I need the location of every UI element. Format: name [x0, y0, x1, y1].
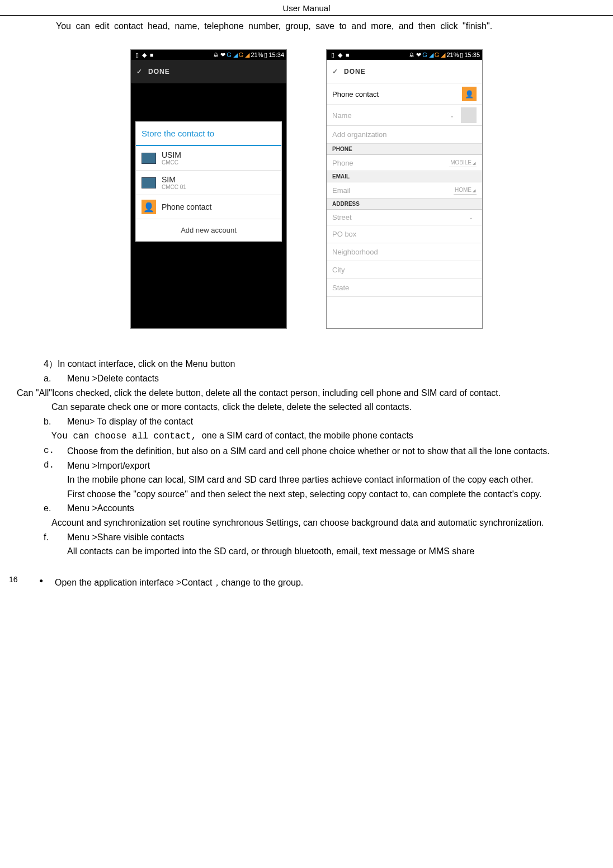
option-sub: CMCC: [162, 159, 181, 166]
marker-d: d.: [44, 459, 67, 473]
contact-type-selector[interactable]: Phone contact 👤: [327, 83, 482, 105]
done-label: DONE: [148, 68, 170, 76]
name-placeholder: Name: [332, 111, 352, 120]
phone-section-header: PHONE: [327, 144, 482, 155]
battery-percent: 21%: [251, 51, 263, 58]
bullet-icon: ●: [39, 575, 55, 590]
item-a-p1: Can "All"Icons checked, click the delete…: [51, 386, 596, 400]
wifi-icon: ▯: [135, 51, 139, 59]
pobox-field[interactable]: PO box: [327, 225, 482, 243]
item-d-p1: In the mobile phone can local, SIM card …: [67, 473, 596, 487]
check-icon: ✓: [332, 68, 338, 76]
square-icon: ■: [150, 51, 154, 59]
check-icon: ✓: [136, 68, 143, 76]
done-label: DONE: [344, 68, 366, 76]
sim-icon: [142, 177, 156, 188]
wifi2-icon: ❤: [416, 51, 421, 59]
email-section-header: EMAIL: [327, 171, 482, 182]
city-field[interactable]: City: [327, 261, 482, 279]
address-section-header: ADDRESS: [327, 199, 482, 210]
item-b-p1-rest: one a SIM card of contact, the mobile ph…: [202, 431, 413, 440]
option-sub: CMCC 01: [162, 184, 186, 190]
state-field[interactable]: State: [327, 279, 482, 297]
sim2-signal-icon: G ◢: [435, 51, 446, 59]
marker-b: b.: [44, 414, 67, 429]
street-placeholder: Street: [332, 213, 352, 221]
item-d: d. Menu >Import/export: [44, 459, 596, 473]
wifi-icon: ▯: [331, 51, 334, 59]
bt-icon: 🕭: [409, 51, 415, 58]
sim1-signal-icon: G ◢: [227, 51, 238, 59]
screenshots-row: ▯ ◆ ■ 🕭 ❤ G ◢ G ◢ 21% ▯ 15:34 ✓ DONE Sto…: [0, 49, 613, 329]
item-e-title: Menu >Accounts: [67, 501, 596, 516]
option-title: SIM: [162, 175, 186, 184]
marker-e: e.: [44, 501, 67, 516]
marker-c: c.: [44, 444, 67, 459]
chevron-down-icon: ⌄: [450, 112, 454, 119]
battery-percent: 21%: [446, 51, 459, 58]
item-d-p2: First choose the "copy source" and then …: [67, 487, 596, 502]
signal-icon: ◆: [142, 51, 147, 59]
contact-icon: 👤: [462, 87, 477, 101]
screenshot-right: ▯ ◆ ■ 🕭 ❤ G ◢ G ◢ 21% ▯ 15:35 ✓ DONE Pho…: [326, 49, 483, 329]
signal-icon: ◆: [338, 51, 342, 59]
status-time: 15:35: [464, 51, 480, 58]
item-b-p1: You can choose all contact, one a SIM ca…: [51, 428, 596, 444]
item-b-rest: To display of the contact: [97, 417, 194, 426]
phone-type-selector[interactable]: MOBILE◢: [449, 158, 477, 167]
status-bar: ▯ ◆ ■ 🕭 ❤ G ◢ G ◢ 21% ▯ 15:35: [327, 50, 482, 60]
street-field[interactable]: Street ⌄: [327, 210, 482, 225]
marker-f: f.: [44, 530, 67, 545]
status-time: 15:34: [268, 51, 284, 58]
email-type-label: HOME: [455, 187, 471, 193]
sim1-signal-icon: G ◢: [422, 51, 433, 59]
item-e-p1: Account and synchronization set routine …: [17, 516, 596, 530]
add-account-button[interactable]: Add new account: [136, 219, 281, 241]
item-4: 4）In contact interface, click on the Men…: [44, 357, 596, 371]
item-b: b. Menu> To display of the contact: [44, 414, 596, 429]
item-a-p1-text: Can "All"Icons checked, click the delete…: [0, 388, 501, 398]
page-header: User Manual: [0, 0, 613, 16]
option-usim[interactable]: USIM CMCC: [136, 146, 281, 171]
add-organization[interactable]: Add organization: [327, 126, 482, 144]
done-bar[interactable]: ✓ DONE: [327, 60, 482, 83]
phone-field[interactable]: Phone MOBILE◢: [327, 155, 482, 171]
email-field[interactable]: Email HOME◢: [327, 182, 482, 199]
wifi2-icon: ❤: [220, 51, 225, 59]
marker-a: a.: [44, 371, 67, 386]
item-b-title: Menu> To display of the contact: [67, 414, 596, 429]
name-field-row[interactable]: Name ⌄: [327, 105, 482, 126]
item-c: c. Choose from the definition, but also …: [44, 444, 596, 459]
contact-type-label: Phone contact: [332, 90, 379, 98]
avatar-placeholder[interactable]: [461, 107, 477, 123]
item-f-title: Menu >Share visible contacts: [67, 530, 596, 545]
item-e-p1-text: Account and synchronization set routine …: [51, 518, 544, 527]
dropdown-icon: ◢: [473, 188, 475, 192]
item-a-p2: Can separate check one or more contacts,…: [51, 400, 596, 414]
header-title: User Manual: [282, 3, 330, 13]
item-b-p1-prefix: You can choose all contact,: [51, 431, 202, 441]
neighborhood-field[interactable]: Neighborhood: [327, 243, 482, 261]
phone-type-label: MOBILE: [450, 159, 471, 166]
battery-icon: ▯: [460, 51, 463, 59]
item-c-text: Choose from the definition, but also on …: [67, 444, 596, 459]
status-bar: ▯ ◆ ■ 🕭 ❤ G ◢ G ◢ 21% ▯ 15:34: [131, 50, 286, 60]
option-phone-contact[interactable]: 👤 Phone contact: [136, 195, 281, 219]
bt-icon: 🕭: [213, 51, 219, 58]
contact-icon: 👤: [142, 200, 156, 214]
square-icon: ■: [346, 51, 350, 59]
done-bar[interactable]: ✓ DONE: [131, 60, 286, 83]
item-f-p1: All contacts can be imported into the SD…: [67, 544, 596, 559]
option-sim[interactable]: SIM CMCC 01: [136, 171, 281, 195]
chevron-down-icon: ⌄: [469, 214, 473, 220]
item-a: a. Menu >Delete contacts: [44, 371, 596, 386]
bullet-row: ● Open the application interface >Contac…: [39, 575, 596, 590]
option-title: Phone contact: [162, 202, 212, 211]
page-number: 16: [9, 575, 18, 584]
bullet-text: Open the application interface >Contact，…: [55, 575, 303, 590]
battery-icon: ▯: [264, 51, 267, 59]
dropdown-icon: ◢: [473, 161, 475, 165]
item-d-title: Menu >Import/export: [67, 459, 596, 473]
item-e: e. Menu >Accounts: [44, 501, 596, 516]
email-type-selector[interactable]: HOME◢: [454, 186, 477, 195]
